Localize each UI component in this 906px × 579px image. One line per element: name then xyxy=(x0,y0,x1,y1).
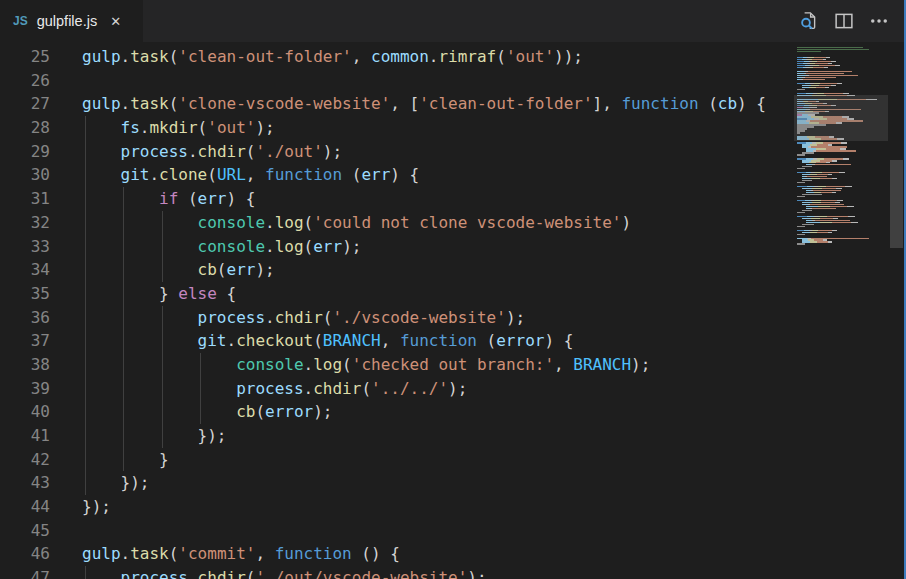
indent-guide xyxy=(123,424,124,448)
indent-guide xyxy=(123,353,124,377)
search-editor-icon[interactable] xyxy=(799,11,819,31)
line-number: 38 xyxy=(0,353,50,377)
indent-guide xyxy=(85,329,86,353)
minimap-row xyxy=(797,168,805,169)
code-line[interactable]: 46gulp.task('commit', function () { xyxy=(0,542,794,566)
indent-guide xyxy=(162,400,163,424)
line-number: 42 xyxy=(0,448,50,472)
minimap-row xyxy=(806,164,851,165)
minimap-row xyxy=(802,241,832,242)
code-line[interactable]: 31if (err) { xyxy=(0,187,794,211)
code-line[interactable]: 25gulp.task('clean-out-folder', common.r… xyxy=(0,45,794,69)
minimap-row xyxy=(797,182,805,183)
minimap-row xyxy=(797,234,805,235)
line-number: 45 xyxy=(0,519,50,543)
indent-guide xyxy=(123,258,124,282)
close-tab-icon[interactable]: ✕ xyxy=(108,13,123,30)
code-text: cb(err); xyxy=(198,258,275,282)
code-line[interactable]: 27gulp.task('clone-vscode-website', ['cl… xyxy=(0,92,794,116)
code-text: process.chdir('./out/vscode-website'); xyxy=(121,566,487,579)
minimap-row xyxy=(802,87,829,88)
tab-label: gulpfile.js xyxy=(37,13,97,29)
indent-guide xyxy=(85,163,86,187)
code-line[interactable]: 36process.chdir('./vscode-website'); xyxy=(0,306,794,330)
line-number: 43 xyxy=(0,471,50,495)
code-line[interactable]: 38console.log('checked out branch:', BRA… xyxy=(0,353,794,377)
code-line[interactable]: 43}); xyxy=(0,471,794,495)
minimap[interactable] xyxy=(794,42,888,579)
indent-guide xyxy=(123,448,124,472)
code-line[interactable]: 26 xyxy=(0,69,794,93)
line-number: 36 xyxy=(0,306,50,330)
editor-actions xyxy=(799,0,904,42)
indent-guide xyxy=(85,282,86,306)
indent-guide xyxy=(123,329,124,353)
indent-guide xyxy=(123,187,124,211)
scrollbar-thumb[interactable] xyxy=(890,160,903,248)
minimap-row xyxy=(806,222,858,223)
indent-guide xyxy=(162,306,163,330)
code-text: process.chdir('../../'); xyxy=(236,377,467,401)
line-number: 40 xyxy=(0,400,50,424)
indent-guide xyxy=(85,471,86,495)
code-line[interactable]: 34cb(err); xyxy=(0,258,794,282)
minimap-row xyxy=(797,243,805,244)
more-actions-icon[interactable] xyxy=(869,11,889,31)
indent-guide xyxy=(123,306,124,330)
indent-guide xyxy=(85,424,86,448)
code-text: } else { xyxy=(159,282,236,306)
line-number: 28 xyxy=(0,116,50,140)
indent-guide xyxy=(123,235,124,259)
indent-guide xyxy=(85,566,86,579)
vertical-scrollbar[interactable] xyxy=(888,42,904,579)
minimap-row xyxy=(797,212,805,213)
code-lines: 25gulp.task('clean-out-folder', common.r… xyxy=(0,45,794,579)
code-line[interactable]: 35} else { xyxy=(0,282,794,306)
line-number: 27 xyxy=(0,92,50,116)
line-number: 44 xyxy=(0,495,50,519)
code-line[interactable]: 41}); xyxy=(0,424,794,448)
code-line[interactable]: 40cb(error); xyxy=(0,400,794,424)
code-line[interactable]: 42} xyxy=(0,448,794,472)
line-number: 39 xyxy=(0,377,50,401)
minimap-row xyxy=(797,196,805,197)
minimap-row xyxy=(797,154,805,155)
code-line[interactable]: 45 xyxy=(0,519,794,543)
code-text: }); xyxy=(121,471,150,495)
tab-gulpfile-js[interactable]: JS gulpfile.js ✕ xyxy=(0,0,143,42)
code-line[interactable]: 30git.clone(URL, function (err) { xyxy=(0,163,794,187)
minimap-row xyxy=(797,89,805,90)
minimap-row xyxy=(797,51,821,52)
minimap-slider[interactable] xyxy=(794,95,888,141)
line-number: 33 xyxy=(0,235,50,259)
indent-guide xyxy=(162,377,163,401)
indent-guide xyxy=(123,377,124,401)
indent-guide xyxy=(200,377,201,401)
code-line[interactable]: 37git.checkout(BRANCH, function (error) … xyxy=(0,329,794,353)
line-number: 25 xyxy=(0,45,50,69)
indent-guide xyxy=(85,353,86,377)
code-line[interactable]: 47process.chdir('./out/vscode-website'); xyxy=(0,566,794,579)
vscode-window: JS gulpfile.js ✕ xyxy=(0,0,906,579)
line-number: 30 xyxy=(0,163,50,187)
code-text: console.log('could not clone vscode-webs… xyxy=(198,211,632,235)
code-line[interactable]: 44}); xyxy=(0,495,794,519)
code-line[interactable]: 39process.chdir('../../'); xyxy=(0,377,794,401)
minimap-row xyxy=(797,67,828,68)
line-number: 37 xyxy=(0,329,50,353)
code-line[interactable]: 32console.log('could not clone vscode-we… xyxy=(0,211,794,235)
indent-guide xyxy=(85,306,86,330)
code-line[interactable]: 29process.chdir('./out'); xyxy=(0,140,794,164)
javascript-file-icon: JS xyxy=(13,14,28,28)
code-editor[interactable]: 25gulp.task('clean-out-folder', common.r… xyxy=(0,42,904,579)
code-line[interactable]: 28fs.mkdir('out'); xyxy=(0,116,794,140)
code-text: git.clone(URL, function (err) { xyxy=(121,163,420,187)
indent-guide xyxy=(200,400,201,424)
code-text: } xyxy=(159,448,169,472)
code-line[interactable]: 33console.log(err); xyxy=(0,235,794,259)
indent-guide xyxy=(85,400,86,424)
line-number: 35 xyxy=(0,282,50,306)
minimap-row xyxy=(797,226,805,227)
code-text: gulp.task('clone-vscode-website', ['clea… xyxy=(82,92,766,116)
split-editor-icon[interactable] xyxy=(834,11,854,31)
